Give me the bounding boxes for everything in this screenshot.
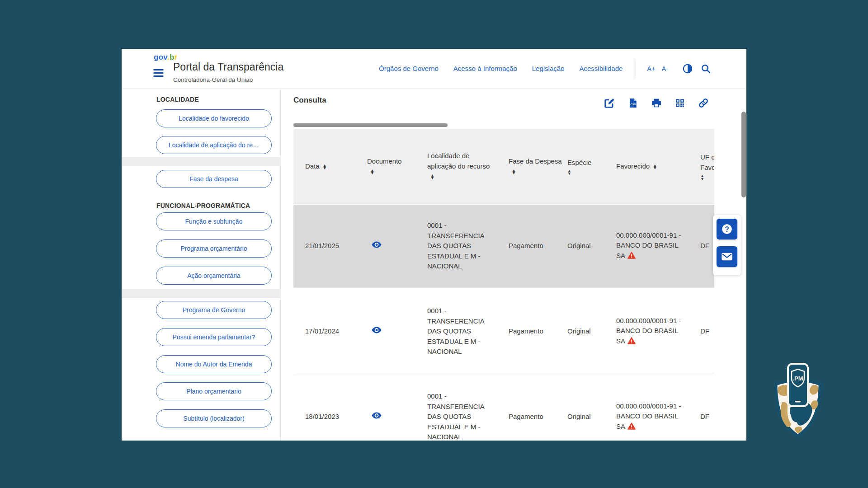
- nav-link-acessibilidade[interactable]: Acessibilidade: [579, 65, 623, 72]
- table-header-row: Data Documento Localidade de aplicação d…: [293, 129, 714, 204]
- warning-icon: [627, 422, 636, 433]
- cell-especie: Original: [565, 205, 612, 287]
- floating-help-panel: ?: [713, 215, 741, 275]
- results-panel: Consulta CSV Data Documento: [281, 89, 746, 441]
- vertical-scrollbar-thumb[interactable]: [741, 112, 746, 197]
- edit-icon[interactable]: [604, 98, 614, 108]
- cell-favorecido: 00.000.000/0001-91 - BANCO DO BRASIL SA: [612, 205, 696, 287]
- warning-icon: [627, 252, 636, 262]
- cell-favorecido: 00.000.000/0001-91 - BANCO DO BRASIL SA: [612, 290, 696, 373]
- sort-icon[interactable]: [653, 164, 657, 169]
- cell-fase: Pagamento: [506, 205, 565, 287]
- filter-button-autor-emenda[interactable]: Nome do Autor da Emenda: [156, 355, 272, 373]
- svg-text:?: ?: [725, 225, 729, 233]
- nav-link-orgaos[interactable]: Órgãos de Governo: [379, 65, 439, 72]
- contrast-icon[interactable]: [683, 64, 693, 74]
- view-document-eye-icon[interactable]: [372, 412, 382, 422]
- view-document-eye-icon[interactable]: [372, 241, 382, 251]
- column-header-data: Data: [293, 129, 352, 204]
- print-icon[interactable]: [651, 98, 661, 108]
- browser-content-window: gov.br Portal da Transparência Controlad…: [122, 49, 746, 441]
- cell-especie: Original: [565, 290, 612, 373]
- cell-fase: Pagamento: [506, 375, 565, 440]
- cell-data: 18/01/2023: [293, 375, 352, 440]
- govbr-logo-gov: gov: [154, 53, 167, 61]
- results-title: Consulta: [293, 96, 326, 105]
- cell-data: 17/01/2024: [293, 290, 352, 373]
- question-mark-icon: ?: [720, 222, 734, 236]
- help-button[interactable]: ?: [717, 219, 737, 239]
- cell-uf: DF: [696, 290, 714, 373]
- column-header-fase: Fase da Despesa: [506, 129, 565, 204]
- results-toolbar: CSV: [604, 98, 708, 108]
- search-icon[interactable]: [701, 64, 711, 74]
- filter-button-plano-orcamentario[interactable]: Plano orçamentario: [156, 382, 272, 400]
- horizontal-scrollbar-thumb[interactable]: [293, 123, 448, 127]
- sidebar-section-title-funcional: FUNCIONAL-PROGRAMÁTICA: [156, 202, 280, 210]
- link-icon[interactable]: [698, 98, 708, 108]
- font-decrease-button[interactable]: A-: [662, 65, 669, 72]
- column-header-uf-favorecido: UF dFavo: [696, 129, 714, 204]
- filter-button-programa-governo[interactable]: Programa de Governo: [156, 301, 272, 319]
- qr-code-icon[interactable]: [675, 98, 685, 108]
- column-header-documento: Documento: [352, 129, 406, 204]
- sidebar-group-separator: [122, 289, 280, 298]
- watermark-label: .PM: [793, 375, 803, 382]
- cell-favorecido: 00.000.000/0001-91 - BANCO DO BRASIL SA: [612, 375, 696, 440]
- page-title: Portal da Transparência: [173, 61, 283, 73]
- filters-sidebar: LOCALIDADE Localidade do favorecido Loca…: [122, 89, 281, 441]
- sort-icon[interactable]: [512, 169, 516, 174]
- pm-shield-watermark: .PM: [769, 359, 827, 441]
- cell-fase: Pagamento: [506, 290, 565, 373]
- contact-button[interactable]: [717, 246, 737, 267]
- sort-icon[interactable]: [567, 169, 612, 175]
- cell-data: 21/01/2025: [293, 205, 352, 287]
- filter-button-subtitulo[interactable]: Subtítulo (localizador): [156, 409, 272, 427]
- cell-localidade: 0001 - TRANSFERENCIA DAS QUOTAS ESTADUAL…: [406, 375, 506, 440]
- table-row[interactable]: 17/01/2024 0001 - TRANSFERENCIA DAS QUOT…: [293, 290, 714, 373]
- govbr-logo[interactable]: gov.br: [154, 53, 178, 62]
- cell-uf: DF: [696, 205, 714, 287]
- table-row[interactable]: 21/01/2025 0001 - TRANSFERENCIA DAS QUOT…: [293, 205, 714, 288]
- govbr-logo-r: r: [175, 53, 178, 61]
- site-header: gov.br Portal da Transparência Controlad…: [122, 49, 746, 89]
- cell-uf: DF: [696, 375, 714, 440]
- filter-button-emenda-parlamentar[interactable]: Possui emenda parlamentar?: [156, 328, 272, 346]
- envelope-icon: [721, 250, 733, 263]
- column-header-localidade: Localidade de aplicação do recurso: [406, 129, 506, 204]
- svg-text:CSV: CSV: [630, 103, 636, 106]
- header-nav: Órgãos de Governo Acesso à Informação Le…: [379, 49, 711, 88]
- filter-button-funcao-subfuncao[interactable]: Função e subfunção: [156, 212, 272, 230]
- filter-button-localidade-favorecido[interactable]: Localidade do favorecido: [156, 109, 272, 127]
- column-header-favorecido: Favorecido: [612, 129, 696, 204]
- table-row[interactable]: 18/01/2023 0001 - TRANSFERENCIA DAS QUOT…: [293, 375, 714, 440]
- sidebar-section-title-localidade: LOCALIDADE: [156, 96, 280, 104]
- cell-localidade: 0001 - TRANSFERENCIA DAS QUOTAS ESTADUAL…: [406, 290, 506, 373]
- column-header-especie: Espécie: [565, 129, 612, 204]
- header-divider: [636, 59, 636, 79]
- filter-button-fase-despesa[interactable]: Fase da despesa: [156, 170, 272, 188]
- font-increase-button[interactable]: A+: [647, 65, 655, 72]
- govbr-logo-b: b: [170, 53, 175, 61]
- view-document-eye-icon[interactable]: [372, 326, 382, 337]
- csv-export-icon[interactable]: CSV: [628, 98, 638, 108]
- site-title-block: Portal da Transparência Controladoria-Ge…: [173, 61, 283, 83]
- cell-especie: Original: [565, 375, 612, 440]
- sidebar-group-separator: [122, 157, 280, 166]
- warning-icon: [627, 337, 636, 347]
- sort-icon[interactable]: [323, 164, 327, 169]
- nav-link-acesso[interactable]: Acesso à Informação: [453, 65, 517, 72]
- desktop-background: { "colors": { "accent": "#1351b4", "link…: [0, 0, 868, 488]
- sort-icon[interactable]: [430, 174, 434, 179]
- filter-button-acao-orcamentaria[interactable]: Ação orçamentária: [156, 267, 272, 285]
- cell-localidade: 0001 - TRANSFERENCIA DAS QUOTAS ESTADUAL…: [406, 205, 506, 287]
- filter-button-localidade-aplicacao[interactable]: Localidade de aplicação do re…: [156, 136, 272, 154]
- sort-icon[interactable]: [700, 174, 714, 180]
- nav-link-legislacao[interactable]: Legislação: [532, 65, 565, 72]
- results-table: Data Documento Localidade de aplicação d…: [293, 129, 714, 440]
- page-subtitle: Controladoria-Geral da União: [173, 76, 283, 83]
- help-panel-divider: [718, 243, 736, 243]
- sort-icon[interactable]: [370, 169, 374, 174]
- filter-button-programa-orcamentario[interactable]: Programa orçamentário: [156, 239, 272, 258]
- menu-icon[interactable]: [153, 69, 164, 77]
